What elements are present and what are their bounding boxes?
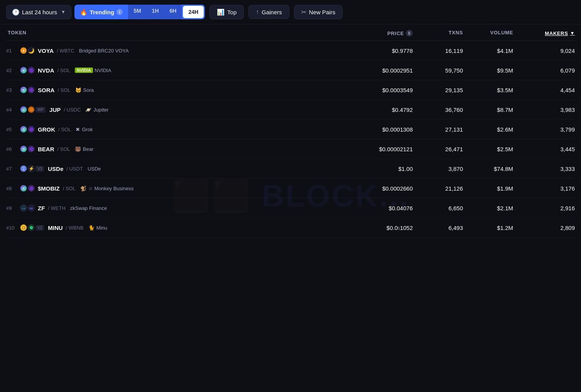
chain-icon: ≡ (20, 145, 27, 152)
clock-icon: 🕐 (12, 8, 20, 16)
version-tag: V2 (35, 225, 44, 231)
volume-cell: $74.8M (463, 166, 513, 172)
table-row[interactable]: #8 ≡ ◎ $MOBIZ / SOL 🐒 ☆ Monkey Business … (6, 179, 575, 198)
token-desc: ✖ Grok (76, 127, 93, 132)
makers-cell: 6,079 (513, 67, 575, 74)
token-pair: / USDT (66, 166, 83, 172)
token-icons: Ξ ⚡ V3 (20, 165, 45, 172)
token-name: $MOBIZ (38, 185, 60, 192)
token-name: JUP (49, 106, 61, 113)
token-cell: #4 ≡ ⊙ WP JUP / USDC 🪐 Jupiter (6, 106, 336, 113)
dex-icon: ◎ (28, 67, 35, 74)
dex-icon: ◎ (28, 126, 35, 133)
volume-cell: $9.5M (463, 67, 513, 74)
table-row[interactable]: #4 ≡ ⊙ WP JUP / USDC 🪐 Jupiter $0.4792 3… (6, 100, 575, 120)
token-cell: #2 ≡ ◎ NVDA / SOL NVIDIA NVIDIA (6, 67, 336, 74)
txns-cell: 29,135 (413, 87, 463, 93)
top-button-label: Top (227, 9, 236, 15)
sora-icon: 🐱 (75, 87, 81, 93)
dex-icon: ◎ (28, 185, 35, 192)
rank-label: #8 (6, 186, 17, 191)
chain-icon: ≡ (20, 67, 27, 74)
token-desc: 🐈 Minu (88, 225, 107, 231)
minu-icon: 🐈 (88, 225, 95, 231)
new-pairs-button-label: New Pairs (309, 9, 335, 15)
scissors-icon: ✂ (301, 8, 306, 16)
pill-5m[interactable]: 5M (128, 5, 146, 19)
chain-icon: ≡ (20, 106, 27, 113)
time-filter-button[interactable]: 🕐 Last 24 hours ▼ (6, 5, 71, 19)
sort-desc-icon: ▼ (570, 30, 575, 36)
gainers-button-label: Gainers (262, 9, 282, 15)
table-row[interactable]: #7 Ξ ⚡ V3 USDe / USDT USDe $1.00 3,870 $… (6, 159, 575, 179)
token-desc: 🪐 Jupiter (85, 107, 108, 113)
table-row[interactable]: #5 ≡ ◎ GROK / SOL ✖ Grok $0.0001308 27,1… (6, 120, 575, 139)
pill-24h[interactable]: 24H (183, 6, 204, 18)
rank-label: #10 (6, 225, 17, 231)
chain-icon: ⬡ (20, 224, 27, 231)
desc-text: Minu (96, 225, 107, 231)
table-row[interactable]: #9 ↔ ∞ ZF / WETH zkSwap Finance $0.04076… (6, 198, 575, 218)
pill-6h[interactable]: 6H (164, 5, 182, 19)
table-row[interactable]: #6 ≡ ◎ BEAR / SOL 🐻 Bear $0.00002121 26,… (6, 139, 575, 159)
token-cell: #10 ⬡ ⊛ V2 MINU / WBNB 🐈 Minu (6, 224, 336, 231)
rank-label: #5 (6, 127, 17, 132)
price-cell: $0.0001308 (336, 126, 413, 133)
token-icons: ≡ ◎ (20, 126, 35, 133)
makers-cell: 2,809 (513, 225, 575, 231)
makers-cell: 3,445 (513, 146, 575, 152)
token-desc: 🐱 Sora (75, 87, 94, 93)
jupiter-icon: 🪐 (85, 107, 91, 113)
token-name: SORA (38, 87, 54, 93)
makers-cell: 9,024 (513, 47, 575, 54)
info-icon[interactable]: i (117, 9, 123, 15)
txns-cell: 27,131 (413, 126, 463, 133)
table-row[interactable]: #2 ≡ ◎ NVDA / SOL NVIDIA NVIDIA $0.00029… (6, 61, 575, 80)
chain-icon: ≡ (20, 126, 27, 133)
mobiz-icon: 🐒 (80, 186, 86, 191)
desc-text: zkSwap Finance (70, 205, 107, 211)
token-pair: / SOL (57, 146, 70, 152)
token-name: MINU (48, 225, 62, 231)
bear-icon: 🐻 (75, 146, 81, 152)
price-cell: $1.00 (336, 166, 413, 172)
token-cell: #3 ≡ ◎ SORA / SOL 🐱 Sora (6, 86, 336, 93)
txns-cell: 59,750 (413, 67, 463, 74)
desc-text: ☆ Monkey Business (88, 186, 134, 191)
pill-1h[interactable]: 1H (147, 5, 164, 19)
table-row[interactable]: #3 ≡ ◎ SORA / SOL 🐱 Sora $0.0003549 29,1… (6, 80, 575, 100)
token-pair: / SOL (58, 127, 71, 132)
desc-text: Grok (82, 127, 93, 132)
version-tag: V3 (35, 166, 44, 172)
col-header-volume: VOLUME (463, 30, 513, 37)
desc-text: Jupiter (93, 107, 108, 113)
makers-cell: 4,454 (513, 87, 575, 93)
new-pairs-button[interactable]: ✂ New Pairs (294, 5, 343, 19)
token-desc: Bridged BRC20 VOYA (79, 48, 129, 54)
price-cell: $0.0002951 (336, 67, 413, 74)
txns-cell: 3,870 (413, 166, 463, 172)
token-icons: ⬡ ⊛ V2 (20, 224, 45, 231)
rank-label: #6 (6, 146, 17, 152)
token-desc: 🐻 Bear (75, 146, 93, 152)
dollar-icon: $ (406, 30, 413, 37)
token-cell: #5 ≡ ◎ GROK / SOL ✖ Grok (6, 126, 336, 133)
trending-group: 🔥 Trending i 5M 1H 6H 24H (74, 5, 205, 19)
table-row[interactable]: #10 ⬡ ⊛ V2 MINU / WBNB 🐈 Minu $0.051052 … (6, 218, 575, 238)
table-row[interactable]: #1 ✦ 🌙 VOYA / WBTC Bridged BRC20 VOYA $0… (6, 41, 575, 61)
trending-button[interactable]: 🔥 Trending i (74, 5, 128, 19)
nvidia-logo: NVIDIA (75, 68, 93, 73)
gainers-button[interactable]: ↑ Gainers (248, 5, 289, 19)
rank-label: #2 (6, 68, 17, 73)
rank-label: #3 (6, 87, 17, 93)
col-header-makers[interactable]: MAKERS ▼ (513, 30, 575, 37)
price-cell: $0.4792 (336, 106, 413, 113)
bar-chart-icon: 📊 (217, 8, 225, 16)
token-name: GROK (38, 126, 55, 133)
volume-cell: $2.5M (463, 146, 513, 152)
desc-text: Sora (83, 87, 94, 93)
token-cell: #9 ↔ ∞ ZF / WETH zkSwap Finance (6, 204, 336, 211)
dex-icon: ◎ (28, 86, 35, 93)
top-button[interactable]: 📊 Top (209, 5, 244, 19)
price-cell: $0.0002660 (336, 185, 413, 192)
